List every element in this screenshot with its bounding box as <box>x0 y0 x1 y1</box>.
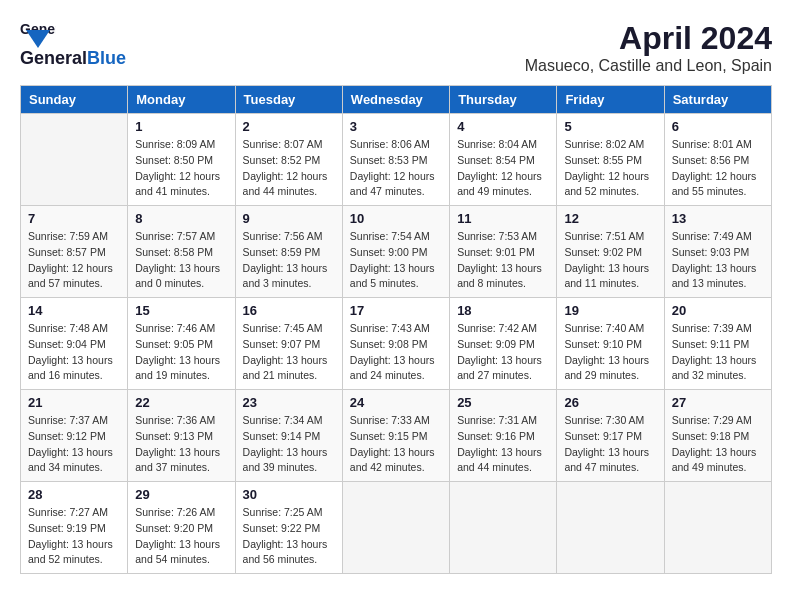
day-info: Sunrise: 7:29 AM Sunset: 9:18 PM Dayligh… <box>672 413 764 476</box>
day-cell <box>557 482 664 574</box>
location: Masueco, Castille and Leon, Spain <box>525 57 772 75</box>
day-cell <box>664 482 771 574</box>
day-info: Sunrise: 8:01 AM Sunset: 8:56 PM Dayligh… <box>672 137 764 200</box>
day-cell: 23Sunrise: 7:34 AM Sunset: 9:14 PM Dayli… <box>235 390 342 482</box>
day-number: 30 <box>243 487 335 502</box>
day-number: 6 <box>672 119 764 134</box>
day-cell: 9Sunrise: 7:56 AM Sunset: 8:59 PM Daylig… <box>235 206 342 298</box>
day-info: Sunrise: 7:30 AM Sunset: 9:17 PM Dayligh… <box>564 413 656 476</box>
calendar: SundayMondayTuesdayWednesdayThursdayFrid… <box>20 85 772 574</box>
day-cell: 2Sunrise: 8:07 AM Sunset: 8:52 PM Daylig… <box>235 114 342 206</box>
day-cell: 8Sunrise: 7:57 AM Sunset: 8:58 PM Daylig… <box>128 206 235 298</box>
day-cell: 27Sunrise: 7:29 AM Sunset: 9:18 PM Dayli… <box>664 390 771 482</box>
week-row-5: 28Sunrise: 7:27 AM Sunset: 9:19 PM Dayli… <box>21 482 772 574</box>
day-info: Sunrise: 7:59 AM Sunset: 8:57 PM Dayligh… <box>28 229 120 292</box>
logo-icon: General <box>20 20 56 48</box>
day-info: Sunrise: 7:27 AM Sunset: 9:19 PM Dayligh… <box>28 505 120 568</box>
day-number: 29 <box>135 487 227 502</box>
day-number: 5 <box>564 119 656 134</box>
day-info: Sunrise: 7:40 AM Sunset: 9:10 PM Dayligh… <box>564 321 656 384</box>
day-cell: 3Sunrise: 8:06 AM Sunset: 8:53 PM Daylig… <box>342 114 449 206</box>
day-number: 27 <box>672 395 764 410</box>
day-cell: 4Sunrise: 8:04 AM Sunset: 8:54 PM Daylig… <box>450 114 557 206</box>
day-info: Sunrise: 7:43 AM Sunset: 9:08 PM Dayligh… <box>350 321 442 384</box>
day-number: 3 <box>350 119 442 134</box>
day-number: 7 <box>28 211 120 226</box>
day-cell: 30Sunrise: 7:25 AM Sunset: 9:22 PM Dayli… <box>235 482 342 574</box>
day-info: Sunrise: 8:04 AM Sunset: 8:54 PM Dayligh… <box>457 137 549 200</box>
day-cell: 21Sunrise: 7:37 AM Sunset: 9:12 PM Dayli… <box>21 390 128 482</box>
day-number: 21 <box>28 395 120 410</box>
day-info: Sunrise: 7:31 AM Sunset: 9:16 PM Dayligh… <box>457 413 549 476</box>
day-info: Sunrise: 7:26 AM Sunset: 9:20 PM Dayligh… <box>135 505 227 568</box>
day-cell: 14Sunrise: 7:48 AM Sunset: 9:04 PM Dayli… <box>21 298 128 390</box>
day-number: 26 <box>564 395 656 410</box>
day-cell: 25Sunrise: 7:31 AM Sunset: 9:16 PM Dayli… <box>450 390 557 482</box>
day-info: Sunrise: 7:57 AM Sunset: 8:58 PM Dayligh… <box>135 229 227 292</box>
day-number: 17 <box>350 303 442 318</box>
day-cell <box>21 114 128 206</box>
day-number: 25 <box>457 395 549 410</box>
day-number: 10 <box>350 211 442 226</box>
day-cell: 12Sunrise: 7:51 AM Sunset: 9:02 PM Dayli… <box>557 206 664 298</box>
day-info: Sunrise: 7:54 AM Sunset: 9:00 PM Dayligh… <box>350 229 442 292</box>
day-cell: 5Sunrise: 8:02 AM Sunset: 8:55 PM Daylig… <box>557 114 664 206</box>
svg-marker-1 <box>26 30 50 48</box>
day-info: Sunrise: 7:49 AM Sunset: 9:03 PM Dayligh… <box>672 229 764 292</box>
day-cell: 20Sunrise: 7:39 AM Sunset: 9:11 PM Dayli… <box>664 298 771 390</box>
day-number: 16 <box>243 303 335 318</box>
calendar-header-row: SundayMondayTuesdayWednesdayThursdayFrid… <box>21 86 772 114</box>
day-info: Sunrise: 7:42 AM Sunset: 9:09 PM Dayligh… <box>457 321 549 384</box>
day-number: 2 <box>243 119 335 134</box>
day-info: Sunrise: 8:09 AM Sunset: 8:50 PM Dayligh… <box>135 137 227 200</box>
day-info: Sunrise: 7:46 AM Sunset: 9:05 PM Dayligh… <box>135 321 227 384</box>
day-number: 14 <box>28 303 120 318</box>
day-cell: 7Sunrise: 7:59 AM Sunset: 8:57 PM Daylig… <box>21 206 128 298</box>
day-cell: 18Sunrise: 7:42 AM Sunset: 9:09 PM Dayli… <box>450 298 557 390</box>
day-cell: 22Sunrise: 7:36 AM Sunset: 9:13 PM Dayli… <box>128 390 235 482</box>
logo-blue: Blue <box>87 48 126 69</box>
day-number: 11 <box>457 211 549 226</box>
day-info: Sunrise: 7:33 AM Sunset: 9:15 PM Dayligh… <box>350 413 442 476</box>
day-cell: 26Sunrise: 7:30 AM Sunset: 9:17 PM Dayli… <box>557 390 664 482</box>
day-cell: 13Sunrise: 7:49 AM Sunset: 9:03 PM Dayli… <box>664 206 771 298</box>
calendar-header: SundayMondayTuesdayWednesdayThursdayFrid… <box>21 86 772 114</box>
day-cell: 1Sunrise: 8:09 AM Sunset: 8:50 PM Daylig… <box>128 114 235 206</box>
day-number: 9 <box>243 211 335 226</box>
title-area: April 2024 Masueco, Castille and Leon, S… <box>525 20 772 75</box>
day-info: Sunrise: 7:45 AM Sunset: 9:07 PM Dayligh… <box>243 321 335 384</box>
week-row-3: 14Sunrise: 7:48 AM Sunset: 9:04 PM Dayli… <box>21 298 772 390</box>
day-number: 19 <box>564 303 656 318</box>
day-number: 22 <box>135 395 227 410</box>
day-info: Sunrise: 7:25 AM Sunset: 9:22 PM Dayligh… <box>243 505 335 568</box>
day-info: Sunrise: 7:34 AM Sunset: 9:14 PM Dayligh… <box>243 413 335 476</box>
day-cell <box>450 482 557 574</box>
day-cell: 11Sunrise: 7:53 AM Sunset: 9:01 PM Dayli… <box>450 206 557 298</box>
column-header-monday: Monday <box>128 86 235 114</box>
logo: General General Blue <box>20 20 126 69</box>
day-cell: 6Sunrise: 8:01 AM Sunset: 8:56 PM Daylig… <box>664 114 771 206</box>
day-number: 18 <box>457 303 549 318</box>
month-title: April 2024 <box>525 20 772 57</box>
column-header-sunday: Sunday <box>21 86 128 114</box>
day-number: 20 <box>672 303 764 318</box>
day-cell: 10Sunrise: 7:54 AM Sunset: 9:00 PM Dayli… <box>342 206 449 298</box>
day-info: Sunrise: 7:48 AM Sunset: 9:04 PM Dayligh… <box>28 321 120 384</box>
column-header-friday: Friday <box>557 86 664 114</box>
day-number: 12 <box>564 211 656 226</box>
day-info: Sunrise: 7:36 AM Sunset: 9:13 PM Dayligh… <box>135 413 227 476</box>
column-header-tuesday: Tuesday <box>235 86 342 114</box>
day-number: 1 <box>135 119 227 134</box>
day-info: Sunrise: 8:07 AM Sunset: 8:52 PM Dayligh… <box>243 137 335 200</box>
column-header-thursday: Thursday <box>450 86 557 114</box>
day-cell: 15Sunrise: 7:46 AM Sunset: 9:05 PM Dayli… <box>128 298 235 390</box>
day-info: Sunrise: 7:51 AM Sunset: 9:02 PM Dayligh… <box>564 229 656 292</box>
day-number: 8 <box>135 211 227 226</box>
day-number: 28 <box>28 487 120 502</box>
day-number: 24 <box>350 395 442 410</box>
header: General General Blue April 2024 Masueco,… <box>20 20 772 75</box>
day-info: Sunrise: 7:56 AM Sunset: 8:59 PM Dayligh… <box>243 229 335 292</box>
day-info: Sunrise: 8:06 AM Sunset: 8:53 PM Dayligh… <box>350 137 442 200</box>
day-info: Sunrise: 7:53 AM Sunset: 9:01 PM Dayligh… <box>457 229 549 292</box>
day-info: Sunrise: 7:37 AM Sunset: 9:12 PM Dayligh… <box>28 413 120 476</box>
